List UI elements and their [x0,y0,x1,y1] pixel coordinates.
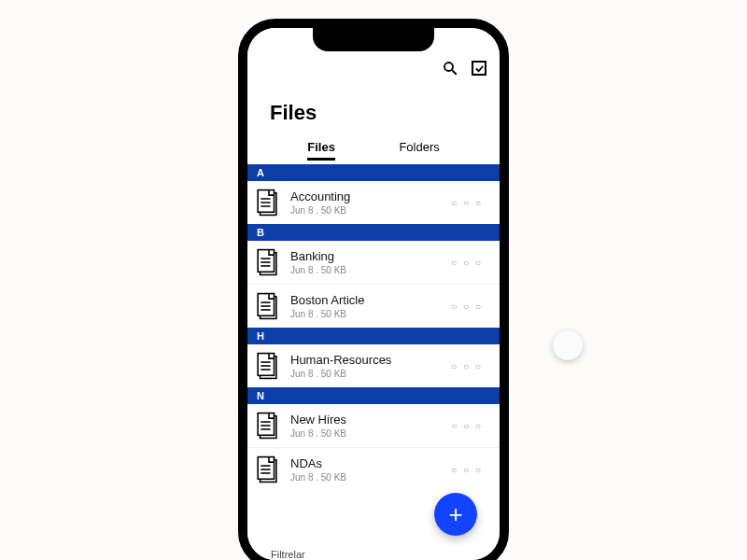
svg-rect-23 [258,413,274,436]
row-text: Boston Article Jun 8 . 50 KB [290,293,434,319]
select-mode-icon[interactable] [472,61,486,76]
file-name: Human-Resources [290,353,434,367]
list-item[interactable]: Banking Jun 8 . 50 KB ○ ○ ○ [247,241,500,284]
file-name: Accounting [290,189,434,203]
topbar [442,60,486,77]
section-header: B [247,224,500,241]
floating-button[interactable] [553,330,583,360]
file-meta: Jun 8 . 50 KB [290,205,434,216]
list-item[interactable]: New Hires Jun 8 . 50 KB ○ ○ ○ [247,404,500,447]
svg-point-0 [444,63,453,71]
tabs: Files Folders [247,140,500,166]
more-icon[interactable]: ○ ○ ○ [444,465,490,475]
file-meta: Jun 8 . 50 KB [290,309,434,319]
row-text: Accounting Jun 8 . 50 KB [290,189,434,216]
file-meta: Jun 8 . 50 KB [290,265,434,275]
svg-rect-13 [258,294,274,316]
file-name: NDAs [290,456,434,470]
file-icon [257,189,281,217]
svg-rect-3 [258,190,274,213]
file-meta: Jun 8 . 50 KB [290,369,434,379]
file-meta: Jun 8 . 50 KB [290,428,434,439]
tab-files[interactable]: Files [307,140,335,161]
list-item[interactable]: NDAs Jun 8 . 50 KB ○ ○ ○ [247,447,500,491]
more-icon[interactable]: ○ ○ ○ [444,361,490,371]
stray-label: Filtrelar [271,549,305,560]
file-icon [257,352,281,380]
row-text: New Hires Jun 8 . 50 KB [290,413,434,439]
file-meta: Jun 8 . 50 KB [290,472,434,483]
row-text: NDAs Jun 8 . 50 KB [290,456,434,483]
svg-line-1 [452,70,457,75]
file-name: New Hires [290,413,434,427]
file-name: Banking [290,249,434,263]
row-text: Human-Resources Jun 8 . 50 KB [290,353,434,379]
file-icon [257,455,281,483]
more-icon[interactable]: ○ ○ ○ [444,421,490,431]
file-icon [257,248,281,276]
list-item[interactable]: Boston Article Jun 8 . 50 KB ○ ○ ○ [247,284,500,328]
list-item[interactable]: Human-Resources Jun 8 . 50 KB ○ ○ ○ [247,344,500,387]
file-icon [257,292,281,320]
svg-rect-8 [258,250,274,273]
svg-rect-28 [258,457,274,480]
search-icon[interactable] [442,60,458,77]
row-text: Banking Jun 8 . 50 KB [290,249,434,275]
more-icon[interactable]: ○ ○ ○ [444,258,490,268]
more-icon[interactable]: ○ ○ ○ [444,301,490,312]
list-item[interactable]: Accounting Jun 8 . 50 KB ○ ○ ○ [247,181,500,224]
section-header: N [247,387,500,404]
file-icon [257,412,281,440]
add-button[interactable]: + [434,493,477,536]
page-title: Files [270,101,317,125]
section-header: H [247,328,500,344]
screen: Files Files Folders A Accounting Jun 8 .… [247,28,500,560]
phone-notch [313,27,434,51]
svg-rect-18 [258,354,274,376]
section-header: A [247,164,500,181]
phone-frame: Files Files Folders A Accounting Jun 8 .… [238,19,509,560]
more-icon[interactable]: ○ ○ ○ [444,198,490,208]
file-name: Boston Article [290,293,434,307]
tab-folders[interactable]: Folders [399,140,439,161]
